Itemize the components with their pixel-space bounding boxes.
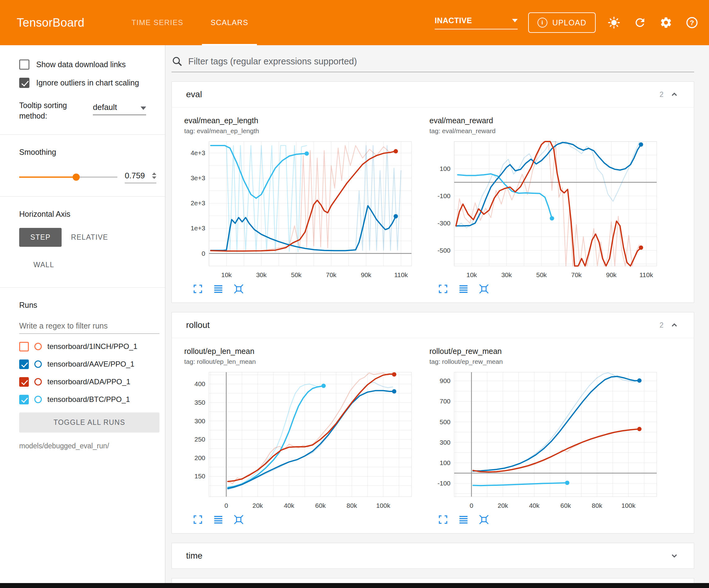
brightness-icon[interactable] bbox=[606, 15, 622, 30]
section-count: 2 bbox=[659, 321, 663, 329]
run-item-ada[interactable]: tensorboard/ADA/PPO_1 bbox=[19, 377, 159, 387]
status-dropdown[interactable]: INACTIVE bbox=[435, 16, 518, 29]
fit-domain-icon[interactable] bbox=[478, 514, 490, 525]
tab-time-series[interactable]: TIME SERIES bbox=[118, 0, 197, 45]
tooltip-sorting-row: Tooltip sorting method: default bbox=[19, 100, 159, 121]
run-checkbox[interactable] bbox=[19, 359, 29, 369]
upload-button[interactable]: i UPLOAD bbox=[528, 12, 596, 33]
chart-tag: tag: eval/mean_reward bbox=[429, 127, 667, 135]
run-label: tensorboard/ADA/PPO_1 bbox=[47, 378, 130, 386]
top-tabs: TIME SERIES SCALARS bbox=[118, 0, 262, 45]
svg-text:350: 350 bbox=[194, 399, 205, 406]
axis-relative-button[interactable]: RELATIVE bbox=[61, 228, 117, 247]
divider bbox=[0, 134, 165, 135]
axis-wall-button[interactable]: WALL bbox=[24, 255, 63, 274]
chevron-up-icon[interactable] bbox=[669, 320, 680, 330]
runs-base-path: models/debugged_eval_run/ bbox=[19, 442, 159, 450]
section-header-eval[interactable]: eval 2 bbox=[172, 82, 694, 107]
chevron-down-icon[interactable] bbox=[669, 551, 680, 561]
settings-sidebar: Show data download links Ignore outliers… bbox=[0, 45, 165, 588]
run-checkbox[interactable] bbox=[19, 395, 29, 404]
refresh-icon[interactable] bbox=[632, 15, 648, 30]
chart-toolbar bbox=[438, 283, 667, 295]
line-chart-rollout-ep-len-mean[interactable]: 020k40k60k80k100k400350300250200150 bbox=[184, 367, 416, 513]
section-header-rollout[interactable]: rollout 2 bbox=[172, 312, 694, 338]
data-table-icon[interactable] bbox=[458, 514, 469, 525]
svg-text:110k: 110k bbox=[394, 271, 408, 278]
fullscreen-icon[interactable] bbox=[192, 514, 203, 525]
smoothing-slider[interactable] bbox=[19, 177, 117, 178]
chart-title: rollout/ep_rew_mean bbox=[429, 347, 667, 356]
svg-text:70k: 70k bbox=[326, 271, 337, 278]
run-label: tensorboard/1INCH/PPO_1 bbox=[47, 342, 137, 351]
svg-text:20k: 20k bbox=[498, 502, 508, 509]
svg-text:20k: 20k bbox=[252, 502, 263, 509]
smoothing-value: 0.759 bbox=[125, 171, 145, 180]
data-table-icon[interactable] bbox=[458, 283, 469, 295]
section-header-time[interactable]: time bbox=[172, 543, 694, 568]
smoothing-slider-knob[interactable] bbox=[73, 173, 80, 180]
section-card-eval: eval 2 eval/mean_ep_length tag: eval/mea… bbox=[172, 81, 694, 303]
run-checkbox[interactable] bbox=[19, 377, 29, 387]
fit-domain-icon[interactable] bbox=[233, 514, 244, 525]
fullscreen-icon[interactable] bbox=[438, 283, 449, 295]
settings-gear-icon[interactable] bbox=[658, 15, 674, 30]
fullscreen-icon[interactable] bbox=[438, 514, 449, 525]
chart-toolbar bbox=[192, 283, 422, 295]
search-icon bbox=[172, 56, 183, 67]
svg-text:30k: 30k bbox=[501, 271, 512, 278]
help-icon[interactable]: ? bbox=[684, 15, 700, 30]
run-color-circle[interactable] bbox=[34, 360, 42, 368]
svg-text:100: 100 bbox=[440, 459, 450, 466]
fit-domain-icon[interactable] bbox=[233, 283, 244, 295]
run-checkbox[interactable] bbox=[19, 342, 29, 352]
section-card-time: time bbox=[172, 543, 694, 569]
runs-filter-input[interactable] bbox=[19, 318, 159, 334]
section-title: eval bbox=[186, 90, 202, 99]
ignore-outliers-checkbox-row[interactable]: Ignore outliers in chart scaling bbox=[19, 78, 159, 88]
chevron-up-icon[interactable] bbox=[669, 89, 680, 100]
run-item-1inch[interactable]: tensorboard/1INCH/PPO_1 bbox=[19, 342, 159, 352]
svg-text:300: 300 bbox=[194, 417, 205, 425]
checkbox-label: Ignore outliers in chart scaling bbox=[36, 78, 139, 87]
run-color-circle[interactable] bbox=[34, 378, 42, 385]
svg-text:2e+3: 2e+3 bbox=[191, 199, 205, 207]
tag-filter-input[interactable] bbox=[188, 56, 694, 67]
line-chart-rollout-ep-rew-mean[interactable]: 020k40k60k80k100k900700500300100-100 bbox=[429, 367, 661, 513]
run-item-btc[interactable]: tensorboard/BTC/PPO_1 bbox=[19, 395, 159, 404]
axis-step-button[interactable]: STEP bbox=[19, 228, 61, 247]
fit-domain-icon[interactable] bbox=[478, 283, 490, 295]
tab-scalars[interactable]: SCALARS bbox=[197, 0, 262, 45]
svg-text:80k: 80k bbox=[346, 502, 357, 509]
chart-block-rollout-ep-len-mean: rollout/ep_len_mean tag: rollout/ep_len_… bbox=[184, 347, 422, 528]
toggle-all-runs-button[interactable]: TOGGLE ALL RUNS bbox=[19, 412, 159, 433]
smoothing-stepper[interactable] bbox=[152, 173, 156, 179]
svg-text:80k: 80k bbox=[592, 502, 602, 509]
run-color-circle[interactable] bbox=[34, 396, 42, 403]
tooltip-sorting-label: Tooltip sorting method: bbox=[19, 100, 80, 121]
svg-text:70k: 70k bbox=[571, 271, 582, 278]
line-chart-eval-mean-ep-length[interactable]: 10k30k50k70k90k110k01e+32e+33e+34e+3 bbox=[184, 136, 416, 282]
horizontal-axis-label: Horizontal Axis bbox=[19, 210, 159, 219]
fullscreen-icon[interactable] bbox=[192, 283, 203, 295]
data-table-icon[interactable] bbox=[213, 283, 224, 295]
svg-text:100k: 100k bbox=[376, 502, 390, 509]
svg-text:-500: -500 bbox=[438, 247, 450, 254]
svg-text:100k: 100k bbox=[621, 502, 636, 509]
tooltip-sorting-select[interactable]: default bbox=[93, 100, 146, 115]
svg-text:700: 700 bbox=[440, 398, 450, 405]
smoothing-value-field[interactable]: 0.759 bbox=[125, 171, 156, 183]
run-color-circle[interactable] bbox=[34, 343, 42, 350]
chart-toolbar bbox=[438, 514, 667, 525]
show-download-links-checkbox[interactable] bbox=[19, 59, 29, 70]
svg-text:100: 100 bbox=[440, 165, 450, 172]
run-item-aave[interactable]: tensorboard/AAVE/PPO_1 bbox=[19, 359, 159, 369]
section-title: time bbox=[186, 551, 203, 561]
data-table-icon[interactable] bbox=[213, 514, 224, 525]
ignore-outliers-checkbox[interactable] bbox=[19, 78, 29, 88]
line-chart-eval-mean-reward[interactable]: 10k30k50k70k90k110k100-100-300-500 bbox=[429, 136, 661, 282]
show-download-links-checkbox-row[interactable]: Show data download links bbox=[19, 59, 159, 70]
svg-text:60k: 60k bbox=[560, 502, 571, 509]
tag-filter-bar bbox=[172, 56, 694, 72]
chart-block-eval-mean-reward: eval/mean_reward tag: eval/mean_reward 1… bbox=[429, 116, 667, 297]
